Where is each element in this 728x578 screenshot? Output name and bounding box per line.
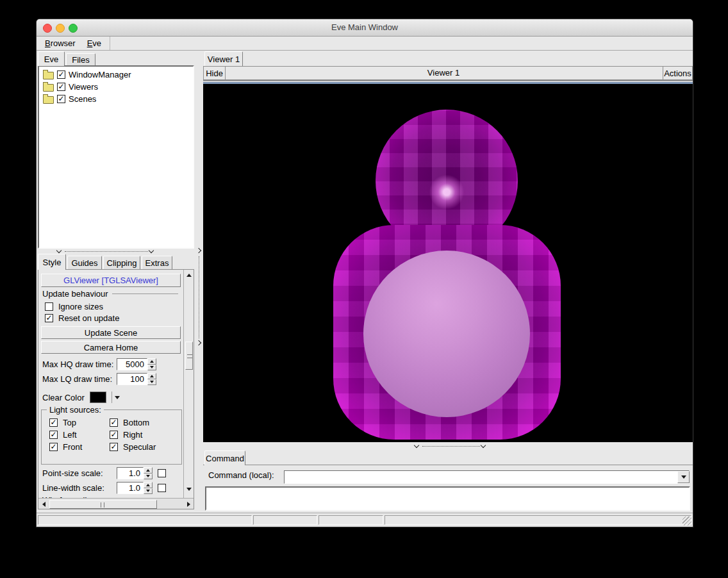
scrollbar-thumb[interactable]	[49, 500, 157, 509]
light-front-label: Front	[63, 442, 82, 452]
spin-up-button[interactable]	[144, 467, 153, 474]
sidebar-horizontal-splitter[interactable]	[56, 249, 178, 254]
clear-color-label: Clear Color	[42, 393, 85, 402]
ignore-sizes-checkbox[interactable]	[45, 302, 53, 311]
tree-checkbox[interactable]	[57, 95, 65, 103]
light-front-row[interactable]: Front	[49, 442, 82, 452]
gl-viewport[interactable]	[203, 84, 693, 442]
tab-guides[interactable]: Guides	[67, 256, 102, 270]
hide-button[interactable]: Hide	[204, 67, 226, 79]
light-left-row[interactable]: Left	[49, 430, 77, 440]
style-vertical-scrollbar[interactable]	[183, 270, 194, 509]
tab-eve[interactable]: Eve	[38, 51, 65, 66]
scrollbar-thumb[interactable]	[185, 342, 193, 370]
light-sources-title: Light sources:	[47, 405, 104, 415]
light-specular-checkbox[interactable]	[110, 443, 118, 451]
point-size-checkbox[interactable]	[158, 469, 166, 477]
line-width-spinner[interactable]	[144, 482, 153, 494]
spin-up-button[interactable]	[144, 482, 153, 488]
resize-grip[interactable]	[682, 516, 691, 525]
group-rule	[112, 293, 178, 294]
color-dropdown-icon[interactable]	[115, 396, 120, 399]
spin-down-button[interactable]	[147, 365, 156, 371]
status-cell-1	[38, 515, 252, 525]
camera-home-button[interactable]: Camera Home	[41, 341, 181, 354]
light-top-row[interactable]: Top	[49, 418, 76, 427]
tree-checkbox[interactable]	[57, 83, 65, 91]
tab-viewer-1[interactable]: Viewer 1	[204, 51, 243, 66]
update-behaviour-title: Update behaviour	[42, 289, 108, 299]
style-panel: GLViewer [TGLSAViewer] Update behaviour …	[38, 269, 194, 509]
scroll-left-button[interactable]	[40, 500, 48, 509]
glviewer-header-label: GLViewer [TGLSAViewer]	[63, 276, 158, 285]
chevron-down-icon	[56, 248, 62, 253]
spin-down-button[interactable]	[147, 379, 156, 386]
command-horizontal-splitter[interactable]	[203, 443, 693, 450]
status-cell-4	[385, 515, 691, 525]
thumb-grip-icon	[101, 502, 104, 508]
thumb-grip-icon	[187, 354, 192, 358]
menu-eve[interactable]: Eve	[81, 38, 107, 48]
actions-button[interactable]: Actions	[663, 67, 692, 79]
light-left-checkbox[interactable]	[49, 431, 58, 439]
clear-color-swatch[interactable]	[90, 392, 106, 403]
tab-files[interactable]: Files	[66, 53, 95, 66]
spin-down-button[interactable]	[144, 488, 153, 495]
zoom-button[interactable]	[69, 24, 78, 33]
title-bar[interactable]: Eve Main Window	[37, 19, 693, 37]
command-combo-dropdown-button[interactable]	[677, 471, 690, 483]
light-right-row[interactable]: Right	[110, 430, 142, 440]
max-lq-field[interactable]: 100	[117, 373, 147, 385]
chevron-down-icon	[414, 443, 419, 448]
max-hq-field[interactable]: 5000	[117, 358, 147, 370]
max-lq-spinner[interactable]	[147, 373, 156, 385]
tree-row-viewers[interactable]: Viewers	[39, 81, 193, 93]
camera-home-label: Camera Home	[84, 343, 138, 352]
swatch-divider	[112, 392, 112, 403]
light-bottom-row[interactable]: Bottom	[110, 418, 149, 427]
spin-up-button[interactable]	[147, 358, 156, 365]
main-vertical-splitter[interactable]	[195, 50, 203, 513]
tab-clipping[interactable]: Clipping	[103, 256, 140, 270]
ignore-sizes-row[interactable]: Ignore sizes	[45, 302, 103, 311]
style-horizontal-scrollbar[interactable]	[38, 498, 194, 509]
minimize-button[interactable]	[56, 24, 65, 33]
tree-checkbox[interactable]	[57, 70, 65, 79]
light-top-checkbox[interactable]	[49, 418, 58, 427]
spin-up-button[interactable]	[147, 373, 156, 379]
command-combo-input[interactable]	[284, 470, 690, 484]
spin-down-button[interactable]	[144, 474, 153, 480]
reset-on-update-label: Reset on update	[58, 313, 119, 323]
max-hq-spinner[interactable]	[147, 358, 156, 370]
point-size-spinner[interactable]	[144, 467, 153, 479]
close-button[interactable]	[43, 24, 52, 33]
tree-row-scenes[interactable]: Scenes	[39, 93, 193, 105]
glviewer-header-button[interactable]: GLViewer [TGLSAViewer]	[41, 274, 181, 287]
line-width-checkbox[interactable]	[158, 484, 166, 492]
light-specular-row[interactable]: Specular	[110, 442, 156, 452]
light-right-checkbox[interactable]	[110, 431, 118, 439]
point-size-field[interactable]: 1.0	[117, 467, 144, 479]
reset-on-update-checkbox[interactable]	[45, 314, 53, 322]
update-scene-button[interactable]: Update Scene	[41, 326, 181, 339]
arrow-up-icon	[150, 360, 154, 363]
scroll-up-button[interactable]	[185, 271, 193, 279]
tab-files-label: Files	[72, 55, 89, 65]
point-size-label: Point-size scale:	[42, 468, 117, 478]
tab-style[interactable]: Style	[38, 254, 66, 270]
max-hq-row: Max HQ draw time: 5000	[42, 358, 156, 370]
tab-extras[interactable]: Extras	[142, 256, 172, 270]
line-width-field[interactable]: 1.0	[117, 482, 144, 494]
scene-front-sphere	[363, 251, 530, 417]
tree-item-label: Scenes	[69, 94, 96, 104]
light-right-label: Right	[123, 430, 142, 440]
arrow-up-icon	[150, 375, 154, 377]
light-bottom-checkbox[interactable]	[110, 418, 118, 427]
reset-on-update-row[interactable]: Reset on update	[45, 313, 119, 323]
tab-command[interactable]: Command	[204, 450, 245, 465]
scroll-right-button[interactable]	[185, 500, 193, 509]
light-front-checkbox[interactable]	[49, 443, 58, 451]
scroll-down-button[interactable]	[185, 485, 193, 493]
menu-browser[interactable]: Browser	[39, 38, 81, 48]
tree-row-windowmanager[interactable]: WindowManager	[39, 69, 193, 81]
